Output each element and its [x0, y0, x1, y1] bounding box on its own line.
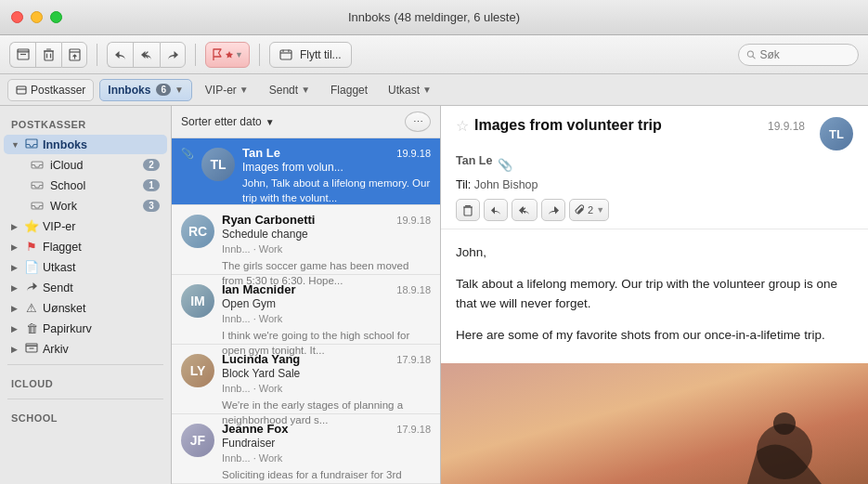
forward-button[interactable]: [160, 42, 186, 68]
mail-item-4[interactable]: JF Jeanne Fox 17.9.18 Fundraiser Innb...…: [172, 414, 440, 484]
sidebar-item-innboks[interactable]: ▼ Innboks: [4, 135, 167, 154]
minimize-button[interactable]: [31, 11, 43, 23]
date-0: 19.9.18: [396, 148, 431, 159]
reading-to: Til: John Bishop: [456, 178, 853, 191]
move-label: Flytt til...: [300, 48, 342, 61]
search-input[interactable]: [759, 48, 850, 61]
reading-subject: Images from volunteer trip: [474, 117, 768, 134]
sender-2: Ian Macnider: [222, 282, 295, 296]
mail-content-2: Ian Macnider 18.9.18 Open Gym Innb... · …: [222, 282, 431, 336]
sendt-label: Sendt: [43, 281, 160, 294]
utkast-icon: 📄: [24, 260, 39, 274]
mail-item-3[interactable]: LY Lucinda Yang 17.9.18 Block Yard Sale …: [172, 345, 440, 414]
tab-sendt[interactable]: Sendt ▼: [262, 80, 317, 100]
arkiv-label: Arkiv: [43, 343, 160, 356]
tab-postkasser[interactable]: Postkasser: [7, 79, 94, 101]
tab-innboks[interactable]: Innboks 6 ▼: [99, 79, 191, 101]
window-controls: [11, 11, 62, 23]
mail-item-0[interactable]: 📎 TL Tan Le 19.9.18 Images from volun...…: [172, 138, 440, 205]
svg-line-12: [753, 56, 756, 59]
arkiv-triangle: ▶: [11, 345, 20, 354]
flag-button[interactable]: ▼: [205, 42, 250, 68]
reading-sender: Tan Le: [456, 154, 492, 167]
flagget-icon: ⚑: [24, 240, 39, 254]
tab-viper[interactable]: VIP-er ▼: [198, 80, 256, 100]
reading-body2: Here are some of my favorite shots from …: [456, 325, 853, 346]
tab-flagget[interactable]: Flagget: [323, 80, 375, 100]
reading-date: 19.9.18: [768, 120, 805, 133]
sidebar-item-arkiv[interactable]: ▶ Arkiv: [4, 339, 167, 359]
sender-4: Jeanne Fox: [222, 422, 289, 436]
svg-rect-20: [26, 344, 37, 347]
reply-all-button[interactable]: [133, 42, 160, 68]
close-button[interactable]: [11, 11, 23, 23]
svg-point-27: [773, 412, 796, 435]
subject-1: Schedule change: [222, 228, 431, 241]
filter-button[interactable]: ⋯: [405, 111, 431, 132]
arkiv-icon: [24, 342, 39, 356]
sidebar-item-uonsket[interactable]: ▶ ⚠ Uønsket: [4, 298, 167, 318]
reading-reply-button[interactable]: [484, 199, 508, 221]
titlebar: Innboks (48 meldinger, 6 uleste): [0, 0, 868, 35]
separator3: [259, 44, 260, 66]
uonsket-label: Uønsket: [43, 302, 160, 315]
flagget-triangle: ▶: [11, 242, 20, 252]
reading-trash-button[interactable]: [456, 199, 480, 221]
sidebar-divider2: [7, 399, 163, 399]
icloud-label: iCloud: [50, 159, 137, 172]
maximize-button[interactable]: [50, 11, 62, 23]
reading-reply-all-button[interactable]: [512, 199, 538, 221]
sidebar-item-sendt[interactable]: ▶ Sendt: [4, 278, 167, 297]
search-box[interactable]: [738, 44, 859, 66]
icloud-badge: 2: [143, 159, 160, 171]
sidebar-item-icloud[interactable]: iCloud 2: [4, 155, 167, 175]
reply-button[interactable]: [107, 42, 133, 68]
attach-chevron: ▼: [596, 205, 604, 215]
archive-group: [9, 42, 87, 68]
subject-3: Block Yard Sale: [222, 367, 431, 380]
tabbar: Postkasser Innboks 6 ▼ VIP-er ▼ Sendt ▼ …: [0, 74, 868, 106]
tab-utkast[interactable]: Utkast ▼: [381, 80, 439, 100]
innboks-chevron: ▼: [175, 85, 184, 95]
mail-item-1[interactable]: RC Ryan Carbonetti 19.9.18 Schedule chan…: [172, 205, 440, 275]
viper-triangle: ▶: [11, 222, 20, 231]
trash-button[interactable]: [35, 42, 61, 68]
archive-button[interactable]: [9, 42, 35, 68]
mail-item-2[interactable]: IM Ian Macnider 18.9.18 Open Gym Innb...…: [172, 275, 440, 345]
preview-sub-4: Innb... · Work: [222, 451, 431, 465]
sidebar-item-viper[interactable]: ▶ ⭐ VIP-er: [4, 216, 167, 236]
sidebar-item-papirkurv[interactable]: ▶ 🗑 Papirkurv: [4, 319, 167, 338]
sender-1: Ryan Carbonetti: [222, 213, 315, 227]
sendt-chevron: ▼: [301, 85, 310, 95]
reading-attachment-button[interactable]: 2 ▼: [569, 199, 609, 221]
work-badge: 3: [143, 200, 160, 212]
avatar-2: IM: [181, 284, 214, 318]
star-button[interactable]: ☆: [456, 117, 469, 135]
archive2-button[interactable]: [61, 42, 87, 68]
work-label: Work: [50, 200, 137, 213]
date-1: 19.9.18: [396, 215, 431, 226]
innboks-triangle: ▼: [11, 140, 20, 150]
uonsket-triangle: ▶: [11, 304, 20, 313]
sidebar-item-flagget[interactable]: ▶ ⚑ Flagget: [4, 237, 167, 256]
reading-forward-button[interactable]: [541, 199, 565, 221]
sort-button[interactable]: Sorter etter dato ▼: [181, 115, 275, 128]
avatar-4: JF: [181, 424, 214, 457]
reading-attachment-icon: 📎: [498, 158, 512, 172]
svg-rect-3: [45, 51, 53, 60]
sidebar-item-school[interactable]: School 1: [4, 176, 167, 195]
sidebar-item-work[interactable]: Work 3: [4, 196, 167, 216]
mail-content-4: Jeanne Fox 17.9.18 Fundraiser Innb... · …: [222, 422, 431, 476]
mail-list-header: Sorter etter dato ▼ ⋯: [172, 106, 440, 138]
sidebar-item-utkast[interactable]: ▶ 📄 Utkast: [4, 257, 167, 277]
reading-toolbar: 2 ▼: [456, 199, 853, 221]
papirkurv-triangle: ▶: [11, 324, 20, 334]
uonsket-icon: ⚠: [24, 301, 39, 315]
separator2: [195, 44, 196, 66]
main-area: Postkasser ▼ Innboks iCloud 2 School 1: [0, 106, 868, 484]
preview-sub-3: Innb... · Work: [222, 382, 431, 396]
avatar-3: LY: [181, 354, 214, 387]
move-button[interactable]: Flytt til...: [269, 42, 352, 68]
date-4: 17.9.18: [396, 424, 431, 435]
papirkurv-label: Papirkurv: [43, 322, 160, 335]
